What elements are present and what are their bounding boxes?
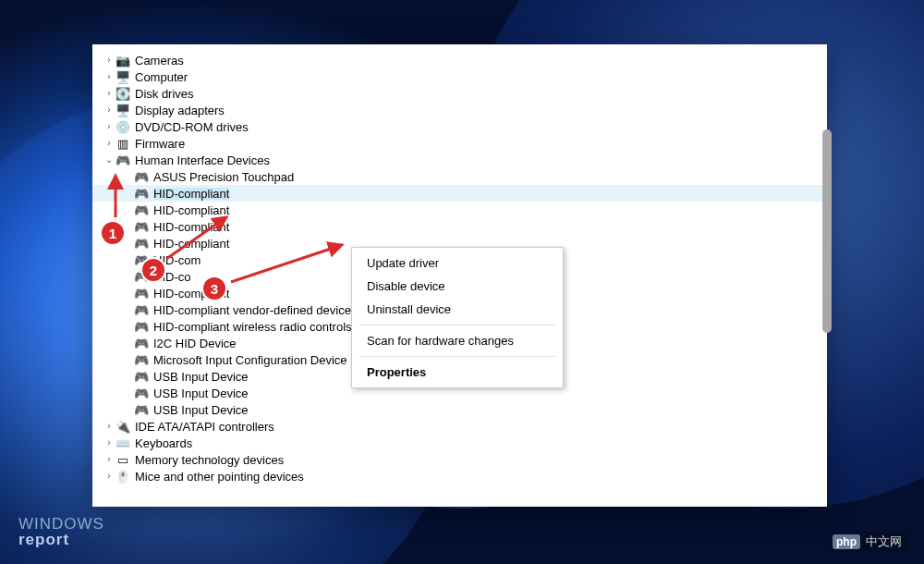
hid-icon: 🎮 xyxy=(133,238,150,250)
tree-node-cameras[interactable]: › 📷 Cameras xyxy=(92,52,827,68)
tree-label: Human Interface Devices xyxy=(135,154,270,166)
chevron-right-icon[interactable]: › xyxy=(103,139,115,148)
svg-line-1 xyxy=(166,217,226,259)
tree-label: DVD/CD-ROM drives xyxy=(135,121,249,133)
chevron-right-icon[interactable]: › xyxy=(103,455,115,464)
tree-label: Memory technology devices xyxy=(135,454,284,466)
chevron-right-icon[interactable]: › xyxy=(103,472,115,481)
hid-icon: 🎮 xyxy=(133,337,150,349)
mouse-icon: 🖱️ xyxy=(115,471,131,483)
tree-label: HID-compliant wireless radio controls xyxy=(153,321,352,333)
menu-scan-hardware[interactable]: Scan for hardware changes xyxy=(352,329,563,352)
tree-label: USB Input Device xyxy=(153,387,249,399)
chevron-right-icon[interactable]: › xyxy=(103,55,115,65)
chevron-right-icon[interactable]: › xyxy=(103,422,115,431)
chevron-right-icon[interactable]: › xyxy=(103,438,115,448)
scrollbar-thumb[interactable] xyxy=(822,129,832,333)
ide-icon: 🔌 xyxy=(115,421,131,433)
annotation-arrow-1 xyxy=(102,166,148,222)
annotation-callout-1: 1 xyxy=(100,220,126,246)
tree-node-dvd[interactable]: › 💿 DVD/CD-ROM drives xyxy=(92,118,827,135)
menu-properties[interactable]: Properties xyxy=(352,361,563,384)
tree-label: Display adapters xyxy=(135,104,225,116)
tree-label: ASUS Precision Touchpad xyxy=(153,171,294,183)
tree-label: Cameras xyxy=(135,55,184,67)
menu-disable-device[interactable]: Disable device xyxy=(352,275,563,298)
hid-icon: 🎮 xyxy=(133,304,150,316)
svg-line-2 xyxy=(231,245,342,282)
tree-label: HID-compliant vendor-defined device xyxy=(153,304,351,316)
tree-node-firmware[interactable]: › ▥ Firmware xyxy=(92,135,827,152)
menu-separator xyxy=(359,356,555,357)
disk-icon: 💽 xyxy=(115,88,131,100)
hid-icon: 🎮 xyxy=(133,404,150,416)
watermark-php-cn: php 中文网 xyxy=(825,531,909,553)
chevron-right-icon[interactable]: › xyxy=(103,105,115,115)
tree-node-ide[interactable]: › 🔌 IDE ATA/ATAPI controllers xyxy=(92,418,827,435)
tree-child-usb-input[interactable]: 🎮 USB Input Device xyxy=(92,401,827,418)
annotation-arrow-3 xyxy=(222,236,351,291)
tree-node-computer[interactable]: › 🖥️ Computer xyxy=(92,68,827,85)
tree-child-hid-compliant-selected[interactable]: 🎮 HID-compliant xyxy=(92,185,827,202)
device-manager-window: › 📷 Cameras › 🖥️ Computer › 💽 Disk drive… xyxy=(92,44,827,507)
display-icon: 🖥️ xyxy=(115,104,131,116)
tree-label: Disk drives xyxy=(135,88,194,100)
tree-label: Keyboards xyxy=(135,437,192,449)
hid-icon: 🎮 xyxy=(133,221,150,233)
hid-icon: 🎮 xyxy=(133,387,150,399)
hid-icon: 🎮 xyxy=(133,371,150,383)
menu-update-driver[interactable]: Update driver xyxy=(352,251,563,275)
tree-node-disk-drives[interactable]: › 💽 Disk drives xyxy=(92,85,827,102)
tree-label: IDE ATA/ATAPI controllers xyxy=(135,421,274,433)
tree-node-mice[interactable]: › 🖱️ Mice and other pointing devices xyxy=(92,468,827,484)
computer-icon: 🖥️ xyxy=(115,71,131,83)
chevron-right-icon[interactable]: › xyxy=(103,89,115,98)
tree-label: Microsoft Input Configuration Device xyxy=(153,354,347,366)
hid-icon: 🎮 xyxy=(133,288,150,300)
php-badge: php xyxy=(833,534,860,549)
firmware-icon: ▥ xyxy=(115,138,131,150)
menu-separator xyxy=(359,325,555,325)
annotation-callout-2: 2 xyxy=(140,257,166,283)
chevron-down-icon[interactable]: ⌄ xyxy=(103,155,115,165)
tree-node-memory[interactable]: › ▭ Memory technology devices xyxy=(92,451,827,468)
chevron-right-icon[interactable]: › xyxy=(103,122,115,131)
tree-label: Computer xyxy=(135,71,188,83)
tree-node-display-adapters[interactable]: › 🖥️ Display adapters xyxy=(92,102,827,118)
annotation-callout-3: 3 xyxy=(201,276,227,301)
tree-child-asus-touchpad[interactable]: 🎮 ASUS Precision Touchpad xyxy=(92,168,827,185)
hid-icon: 🎮 xyxy=(133,321,150,333)
tree-label: USB Input Device xyxy=(153,371,249,383)
tree-label: HID-compliant xyxy=(153,188,229,200)
hid-icon: 🎮 xyxy=(115,154,131,166)
watermark-windows-report: WINDOWS report xyxy=(18,516,104,547)
menu-uninstall-device[interactable]: Uninstall device xyxy=(352,298,563,321)
memory-icon: ▭ xyxy=(115,454,131,466)
watermark-line1: WINDOWS xyxy=(18,516,104,532)
context-menu: Update driver Disable device Uninstall d… xyxy=(351,247,564,388)
tree-node-keyboards[interactable]: › ⌨️ Keyboards xyxy=(92,435,827,451)
tree-label: USB Input Device xyxy=(153,404,249,416)
tree-node-hid[interactable]: ⌄ 🎮 Human Interface Devices xyxy=(92,152,827,168)
tree-label: I2C HID Device xyxy=(153,337,237,349)
tree-label: Mice and other pointing devices xyxy=(135,471,304,483)
watermark-text: 中文网 xyxy=(866,533,902,550)
dvd-icon: 💿 xyxy=(115,121,131,133)
keyboard-icon: ⌨️ xyxy=(115,437,131,449)
tree-label: Firmware xyxy=(135,138,185,150)
watermark-line2: report xyxy=(18,532,104,547)
chevron-right-icon[interactable]: › xyxy=(103,72,115,81)
hid-icon: 🎮 xyxy=(133,354,150,366)
camera-icon: 📷 xyxy=(115,55,131,67)
